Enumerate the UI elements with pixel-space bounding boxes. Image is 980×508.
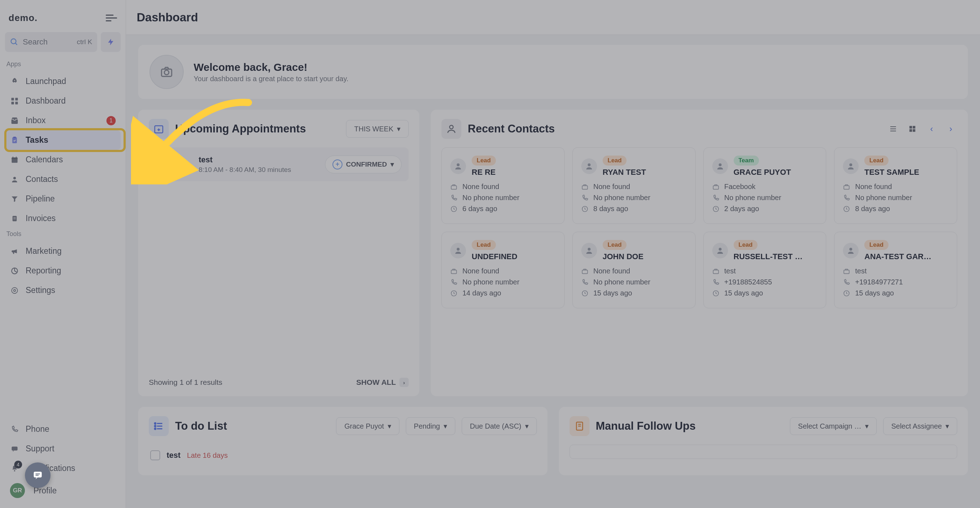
svg-point-47: [457, 248, 460, 251]
avatar-icon: [450, 158, 466, 174]
svg-point-50: [588, 248, 590, 251]
contact-card[interactable]: Lead RE RE None found No phone number 6 …: [441, 147, 565, 224]
phone-icon: [10, 425, 19, 434]
phone-icon: [581, 279, 589, 286]
svg-rect-3: [11, 97, 14, 100]
appointments-filter-button[interactable]: THIS WEEK ▾: [346, 120, 409, 138]
grid-view-button[interactable]: [906, 123, 919, 135]
sidebar-item-settings[interactable]: Settings: [5, 280, 121, 300]
sidebar-item-tasks[interactable]: Tasks: [5, 130, 121, 150]
todo-status-filter[interactable]: Pending▾: [406, 417, 455, 435]
contact-card[interactable]: Lead TEST SAMPLE None found No phone num…: [834, 147, 957, 224]
collapse-sidebar-button[interactable]: [106, 12, 117, 24]
contact-name: RE RE: [472, 168, 543, 177]
todo-assignee-filter[interactable]: Grace Puyot▾: [336, 417, 399, 435]
contact-tag: Lead: [603, 156, 627, 166]
clock-icon: [843, 205, 851, 213]
pie-icon: [10, 266, 19, 275]
contact-tag: Lead: [864, 156, 889, 166]
sidebar-item-phone[interactable]: Phone: [5, 419, 121, 439]
todo-item[interactable]: test Late 16 days: [149, 444, 537, 466]
sidebar-item-reporting[interactable]: Reporting: [5, 261, 121, 280]
clock-icon: [712, 205, 720, 213]
contact-card[interactable]: Lead RUSSELL-TEST … test +19188524855 15…: [703, 232, 827, 308]
sidebar-item-support[interactable]: Support: [5, 439, 121, 459]
contact-card[interactable]: Lead JOHN DOE None found No phone number…: [573, 232, 695, 308]
sidebar-item-launchpad[interactable]: Launchpad: [5, 72, 121, 91]
sidebar-item-pipeline[interactable]: Pipeline: [5, 189, 121, 209]
todo-late: Late 16 days: [187, 451, 228, 460]
panel-todo: To do List Grace Puyot▾ Pending▾ Due Dat…: [138, 407, 547, 475]
search-input[interactable]: Search ctrl K: [5, 32, 97, 52]
appointment-row[interactable]: WED 17 test 8:10 AM - 8:40 AM, 30 minute…: [149, 147, 409, 181]
contact-time: 8 days ago: [855, 205, 890, 213]
contact-card[interactable]: Lead ANA-TEST GAR… test +19184977271 15 …: [834, 232, 957, 308]
contact-card[interactable]: Lead RYAN TEST None found No phone numbe…: [573, 147, 695, 224]
appointment-time: 8:10 AM - 8:40 AM, 30 minutes: [199, 166, 291, 174]
clock-icon: [450, 290, 458, 297]
avatar-icon: [843, 158, 859, 174]
megaphone-icon: [10, 247, 19, 256]
contact-name: JOHN DOE: [603, 252, 674, 261]
list-view-button[interactable]: [887, 123, 900, 135]
chevron-down-icon: ▾: [945, 422, 949, 430]
sidebar-item-label: Invoices: [25, 213, 116, 223]
contact-card[interactable]: Team GRACE PUYOT Facebook No phone numbe…: [703, 147, 827, 224]
svg-point-2: [14, 80, 15, 81]
search-placeholder: Search: [23, 37, 73, 47]
contact-phone: No phone number: [462, 194, 519, 202]
sidebar: demo. Search ctrl K Apps Launchpad Dashb…: [0, 0, 126, 508]
contact-name: RYAN TEST: [603, 168, 674, 177]
contact-time: 15 days ago: [724, 289, 763, 297]
sidebar-item-calendars[interactable]: Calendars: [5, 150, 121, 169]
appointment-status-button[interactable]: + CONFIRMED ▾: [325, 156, 401, 174]
svg-rect-14: [13, 216, 17, 221]
prev-button[interactable]: ‹: [925, 123, 938, 135]
chevron-right-icon: ›: [399, 378, 409, 387]
contact-card[interactable]: Lead UNDEFINED None found No phone numbe…: [441, 232, 565, 308]
avatar-icon: [581, 243, 597, 258]
svg-rect-39: [582, 185, 587, 189]
status-label: CONFIRMED: [346, 161, 387, 169]
next-button[interactable]: ›: [944, 123, 957, 135]
sidebar-item-label: Launchpad: [25, 76, 116, 86]
contact-name: GRACE PUYOT: [733, 168, 805, 177]
avatar-icon: [581, 158, 597, 174]
avatar-icon: [843, 243, 859, 258]
filter-label: THIS WEEK: [354, 125, 393, 133]
welcome-card: Welcome back, Grace! Your dashboard is a…: [138, 45, 968, 99]
chat-widget-button[interactable]: [25, 462, 51, 488]
sidebar-item-notifications[interactable]: 4 Notifications: [5, 459, 121, 478]
sidebar-item-invoices[interactable]: Invoices: [5, 209, 121, 228]
main-content: Dashboard Welcome back, Grace! Your dash…: [126, 0, 980, 508]
sidebar-item-dashboard[interactable]: Dashboard: [5, 91, 121, 111]
svg-rect-54: [713, 270, 718, 273]
sidebar-item-label: Reporting: [25, 266, 116, 275]
camera-icon[interactable]: [150, 55, 184, 89]
followup-campaign-filter[interactable]: Select Campaign …▾: [790, 417, 877, 435]
sidebar-item-contacts[interactable]: Contacts: [5, 169, 121, 189]
chat-icon: [10, 444, 19, 454]
contact-time: 14 days ago: [462, 289, 501, 297]
show-all-link[interactable]: SHOW ALL ›: [356, 378, 409, 387]
contact-time: 15 days ago: [593, 289, 632, 297]
sidebar-item-marketing[interactable]: Marketing: [5, 241, 121, 261]
quick-action-button[interactable]: [101, 32, 121, 52]
checkbox[interactable]: [150, 450, 160, 460]
chevron-down-icon: ▾: [390, 160, 394, 169]
chevron-down-icon: ▾: [525, 422, 529, 430]
clock-icon: [712, 290, 720, 297]
followup-assignee-filter[interactable]: Select Assignee▾: [883, 417, 957, 435]
briefcase-icon: [450, 268, 458, 275]
svg-point-38: [588, 163, 590, 166]
chevron-down-icon: ▾: [388, 422, 391, 430]
todo-sort-filter[interactable]: Due Date (ASC)▾: [462, 417, 537, 435]
svg-line-1: [15, 43, 17, 45]
chevron-down-icon: ▾: [444, 422, 447, 430]
svg-point-23: [164, 70, 169, 75]
sidebar-item-inbox[interactable]: Inbox 1: [5, 111, 121, 130]
svg-point-19: [12, 287, 18, 293]
svg-rect-51: [582, 270, 587, 273]
contact-company: None found: [593, 183, 630, 191]
sidebar-item-profile[interactable]: GR Profile: [5, 478, 121, 503]
